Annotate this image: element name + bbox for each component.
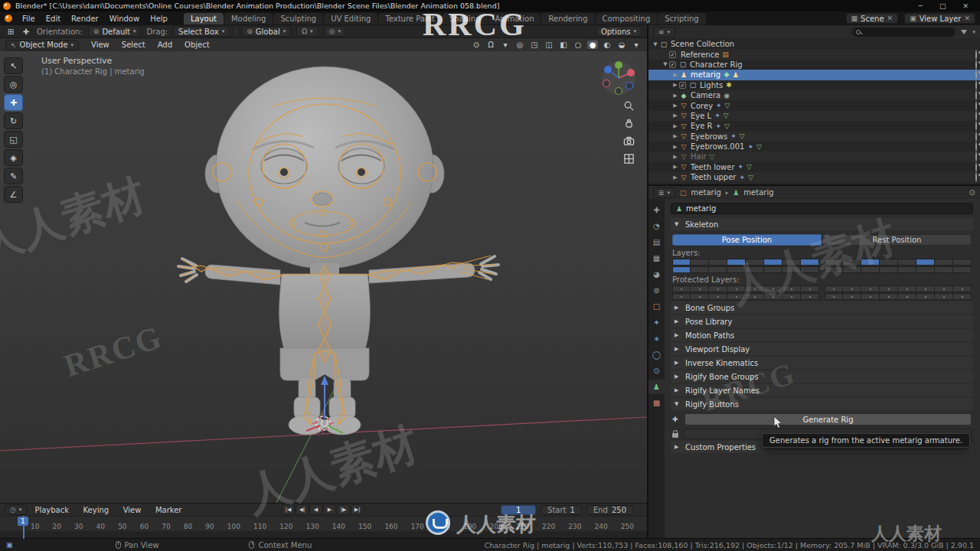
pan-hand-icon[interactable] (623, 118, 635, 129)
layer-toggle[interactable] (727, 266, 746, 273)
outliner-editor-dropdown[interactable]: ≡▾ (653, 27, 675, 37)
layer-toggle[interactable] (898, 266, 916, 273)
collection-checkbox[interactable] (669, 61, 676, 68)
collection-checkbox[interactable] (669, 51, 676, 58)
orientation-dropdown[interactable]: ⊚ Default▾ (88, 26, 142, 37)
protected-layer-toggle[interactable] (672, 293, 691, 300)
viewport-header-icon[interactable]: ◳ (529, 41, 540, 49)
panel-section-header[interactable]: ▶Bone Groups (671, 302, 973, 314)
viewport-header-icon[interactable]: ◎ (514, 41, 525, 49)
frame-tick[interactable]: 40 (96, 523, 105, 530)
frame-tick[interactable]: 240 (595, 523, 608, 530)
layer-toggle[interactable] (691, 259, 709, 266)
protected-layer-toggle[interactable] (691, 293, 709, 300)
workspace-tab[interactable]: Layout (184, 13, 224, 24)
protected-layer-toggle[interactable] (801, 293, 819, 300)
viewport-tool-button[interactable]: ◈ (4, 149, 23, 166)
properties-tab[interactable]: ◕ (648, 267, 665, 282)
properties-tab[interactable]: ◔ (648, 219, 665, 233)
viewport-tool-button[interactable]: ↖ (4, 57, 23, 74)
view-layer-selector[interactable]: ▣ View Layer ✕ (904, 13, 975, 24)
frame-start-field[interactable]: Start1 (541, 505, 582, 515)
viewport-menu-item[interactable]: Select (116, 39, 151, 51)
menu-item[interactable]: File (17, 13, 41, 24)
mode-dropdown[interactable]: ↖ Object Mode▾ (5, 40, 79, 51)
outliner-item-label[interactable]: Corey (691, 102, 713, 110)
visibility-eye-icon[interactable] (975, 50, 977, 60)
outliner-item-label[interactable]: Eyebrows (691, 132, 727, 141)
layer-toggle[interactable] (746, 259, 764, 266)
breadcrumb-object[interactable]: metarig (691, 188, 721, 197)
outliner-row[interactable]: ▶ ▽ Eyebrows.001 ✦ ▽ (648, 142, 980, 152)
visibility-eye-icon[interactable] (975, 152, 977, 161)
pose-position-button[interactable]: Pose Position (672, 234, 822, 246)
protected-layer-toggle[interactable] (916, 285, 935, 292)
expand-arrow-icon[interactable]: ▼ (662, 61, 669, 67)
layer-toggle[interactable] (953, 266, 972, 273)
properties-tab[interactable]: ▦ (648, 251, 665, 266)
outliner-row[interactable]: ▶ ▽ Eyebrows ✦ ▽ (648, 132, 980, 142)
frame-tick[interactable]: 80 (184, 523, 192, 530)
protected-layer-toggle[interactable] (880, 285, 898, 292)
viewport-header-icon[interactable]: ○ (573, 41, 583, 49)
frame-tick[interactable]: 60 (140, 523, 149, 530)
visibility-eye-icon[interactable] (975, 142, 977, 152)
transport-button[interactable]: ▶| (351, 504, 364, 515)
expand-arrow-icon[interactable]: ▶ (671, 133, 679, 139)
outliner-item-label[interactable]: Eye R (691, 122, 713, 130)
timeline-ruler[interactable]: 1020304050607080901001101201301401501601… (0, 516, 647, 531)
protected-layer-toggle[interactable] (843, 285, 861, 292)
expand-arrow-icon[interactable]: ▶ (671, 82, 679, 88)
workspace-tab[interactable]: Scripting (658, 13, 705, 24)
layer-toggle[interactable] (843, 266, 861, 273)
filter-dropdown-icon[interactable]: ▾ (972, 29, 975, 35)
expand-arrow-icon[interactable]: ▶ (671, 164, 679, 170)
panel-section-header[interactable]: ▶Rigify Bone Groups (671, 370, 973, 383)
section-rigify-buttons[interactable]: ▼Rigify Buttons (671, 398, 973, 410)
properties-tab[interactable]: ♟ (648, 380, 665, 394)
view-layer-unlink-icon[interactable]: ✕ (964, 15, 970, 22)
layer-toggle[interactable] (672, 266, 691, 273)
protected-layer-toggle[interactable] (861, 285, 880, 292)
protected-layer-toggle[interactable] (727, 285, 746, 292)
protected-layer-toggle[interactable] (709, 293, 727, 300)
outliner-item-label[interactable]: Eyebrows.001 (691, 142, 744, 151)
panel-section-header[interactable]: ▶Viewport Display (671, 343, 973, 355)
outliner-row[interactable]: Reference ▤ (648, 49, 980, 59)
outliner-item-label[interactable]: metarig (691, 70, 720, 79)
layer-toggle[interactable] (935, 266, 953, 273)
layer-toggle[interactable] (764, 259, 782, 266)
timeline-menu[interactable]: View▾ (123, 506, 146, 514)
tool-header-icon[interactable]: ⊞ (5, 28, 16, 36)
properties-tab[interactable]: ∗ (648, 331, 665, 346)
viewport-tool-button[interactable]: ∠ (4, 186, 23, 203)
viewport-menu-item[interactable]: View (86, 39, 115, 51)
visibility-eye-icon[interactable] (975, 132, 977, 142)
properties-tab[interactable]: ▩ (648, 396, 665, 410)
protected-layer-toggle[interactable] (843, 293, 861, 300)
frame-tick[interactable]: 130 (306, 523, 319, 530)
outliner-row[interactable]: ▶ ▽ Teeth lower ✦ ▽ (648, 162, 980, 172)
layer-toggle[interactable] (916, 259, 935, 266)
timeline-menu[interactable]: Keying▾ (83, 506, 114, 514)
viewport-header-icon[interactable]: ◧ (558, 41, 569, 49)
navigation-gizmo[interactable] (601, 60, 636, 97)
protected-layer-toggle[interactable] (727, 293, 746, 300)
timeline-menu[interactable]: Playback▾ (34, 506, 74, 514)
menu-item[interactable]: Render (66, 13, 104, 24)
panel-section-header[interactable]: ▶Pose Library (671, 315, 973, 328)
frame-tick[interactable]: 180 (437, 523, 450, 530)
properties-tab[interactable]: □ (648, 299, 665, 314)
frame-tick[interactable]: 150 (358, 523, 371, 530)
frame-end-field[interactable]: End250 (586, 505, 633, 515)
options-dropdown[interactable]: Options▾ (596, 26, 642, 37)
expand-arrow-icon[interactable]: ▶ (671, 72, 679, 78)
protected-layer-toggle[interactable] (801, 285, 819, 292)
expand-arrow-icon[interactable]: ▶ (671, 93, 679, 99)
protected-layer-toggle[interactable] (709, 285, 727, 292)
timeline-menu[interactable]: Marker▾ (155, 506, 187, 514)
frame-tick[interactable]: 220 (542, 523, 555, 530)
visibility-eye-icon[interactable] (975, 70, 977, 80)
maximize-button[interactable]: □ (931, 2, 955, 10)
layer-toggle[interactable] (691, 266, 709, 273)
